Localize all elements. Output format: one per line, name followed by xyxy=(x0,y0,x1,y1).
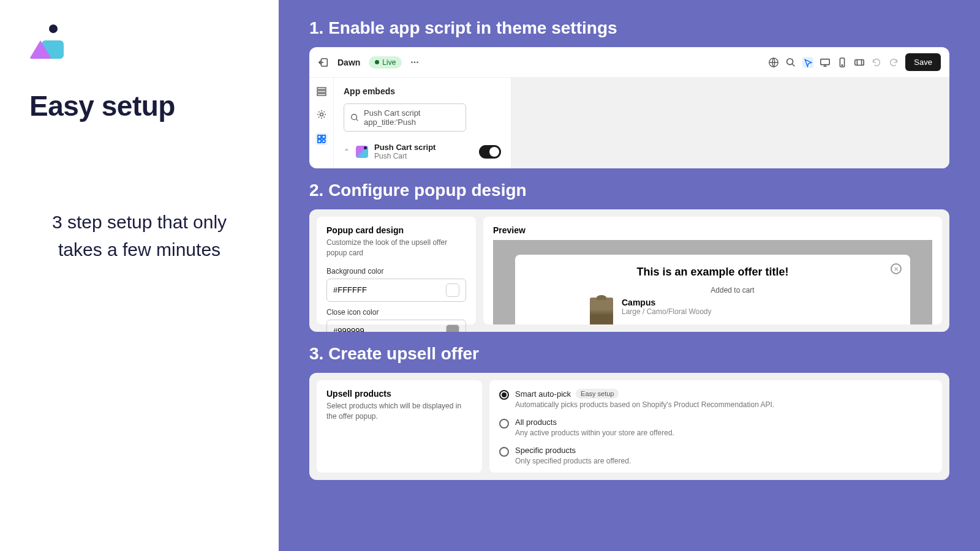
step3-heading: 3. Create upsell offer xyxy=(309,344,949,364)
easy-badge: Easy setup xyxy=(576,389,619,399)
mobile-icon[interactable] xyxy=(837,57,848,68)
option-smart-autopick[interactable]: Smart auto-pickEasy setup Automatically … xyxy=(499,389,932,409)
popup-title: This is an example offer title! xyxy=(529,266,897,279)
added-label: Added to cart xyxy=(568,286,897,294)
close-color-label: Close icon color xyxy=(326,308,466,317)
app-icon xyxy=(356,146,368,158)
search-icon[interactable] xyxy=(785,57,796,68)
bg-color-label: Background color xyxy=(326,267,466,276)
page-title: Easy setup xyxy=(29,89,249,122)
svg-rect-3 xyxy=(821,59,829,64)
redo-icon[interactable] xyxy=(888,57,899,68)
product-name: Campus xyxy=(622,298,712,307)
radio-icon xyxy=(499,419,509,429)
bg-swatch xyxy=(446,283,459,297)
live-badge: Live xyxy=(369,56,402,69)
embed-title: Push Cart script xyxy=(374,143,473,152)
step1-heading: 1. Enable app script in theme settings xyxy=(309,18,949,38)
undo-icon[interactable] xyxy=(871,57,882,68)
desktop-icon[interactable] xyxy=(820,57,831,68)
upsell-desc: Select products which will be displayed … xyxy=(326,401,472,422)
steps-panel: 1. Enable app script in theme settings D… xyxy=(279,0,980,551)
embed-toggle[interactable] xyxy=(479,145,501,159)
svg-rect-8 xyxy=(317,91,326,92)
preview-panel: Preview ✕ This is an example offer title… xyxy=(483,217,942,324)
close-icon[interactable]: ✕ xyxy=(891,263,902,274)
bg-color-input[interactable]: #FFFFFF xyxy=(326,279,466,302)
close-color-input[interactable]: #999999 xyxy=(326,320,466,332)
preview-label: Preview xyxy=(493,225,932,235)
embed-subtitle: Push Cart xyxy=(374,152,473,160)
upsell-intro-panel: Upsell products Select products which wi… xyxy=(317,380,482,473)
selector-icon[interactable] xyxy=(802,57,813,68)
intro-panel: Easy setup 3 step setup that only takes … xyxy=(0,0,279,551)
svg-point-14 xyxy=(322,140,325,143)
app-embeds-panel: App embeds Push Cart script app_title:'P… xyxy=(334,78,511,168)
svg-point-2 xyxy=(787,58,793,64)
svg-rect-11 xyxy=(318,135,321,138)
page-subtitle: 3 step setup that only takes a few minut… xyxy=(29,208,249,263)
upsell-title: Upsell products xyxy=(326,389,472,399)
editor-topbar: Dawn Live ··· Save xyxy=(309,47,949,78)
embeds-title: App embeds xyxy=(344,86,501,96)
embeds-icon[interactable] xyxy=(315,133,328,145)
radio-icon xyxy=(499,447,509,457)
embed-search-input[interactable]: Push Cart script app_title:'Push xyxy=(344,103,466,132)
editor-sidebar-rail xyxy=(309,78,334,168)
save-button[interactable]: Save xyxy=(905,53,941,71)
settings-icon[interactable] xyxy=(317,110,326,119)
option-specific-products[interactable]: Specific products Only specified product… xyxy=(499,446,932,465)
fullwidth-icon[interactable] xyxy=(854,57,865,68)
chevron-down-icon: ⌃ xyxy=(344,148,350,156)
design-config-card: Popup card design Customize the look of … xyxy=(309,209,949,332)
exit-icon[interactable] xyxy=(318,57,329,68)
sections-icon[interactable] xyxy=(317,86,326,96)
app-logo xyxy=(29,24,64,59)
embed-item[interactable]: ⌃ Push Cart script Push Cart xyxy=(344,143,501,160)
product-image xyxy=(590,298,613,324)
design-form-panel: Popup card design Customize the look of … xyxy=(317,217,476,324)
svg-rect-7 xyxy=(317,88,326,89)
product-variant: Large / Camo/Floral Woody xyxy=(622,307,712,316)
editor-canvas xyxy=(511,78,949,168)
design-desc: Customize the look of the upsell offer p… xyxy=(326,238,466,258)
svg-rect-6 xyxy=(855,59,864,65)
theme-name: Dawn xyxy=(337,58,360,67)
svg-point-15 xyxy=(352,114,357,120)
step2-heading: 2. Configure popup design xyxy=(309,181,949,200)
svg-rect-12 xyxy=(322,135,325,138)
design-title: Popup card design xyxy=(326,225,466,235)
svg-rect-13 xyxy=(318,140,321,143)
close-swatch xyxy=(446,324,459,332)
upsell-config-card: Upsell products Select products which wi… xyxy=(309,373,949,480)
option-all-products[interactable]: All products Any active products within … xyxy=(499,418,932,437)
svg-rect-9 xyxy=(317,94,326,96)
more-icon[interactable]: ··· xyxy=(410,57,418,68)
svg-point-5 xyxy=(842,64,843,65)
theme-editor-card: Dawn Live ··· Save Ap xyxy=(309,47,949,168)
upsell-options-panel: Smart auto-pickEasy setup Automatically … xyxy=(489,380,942,473)
svg-point-10 xyxy=(320,113,323,116)
popup-preview: ✕ This is an example offer title! Added … xyxy=(515,255,910,324)
globe-icon[interactable] xyxy=(768,57,779,68)
radio-icon xyxy=(499,390,509,400)
